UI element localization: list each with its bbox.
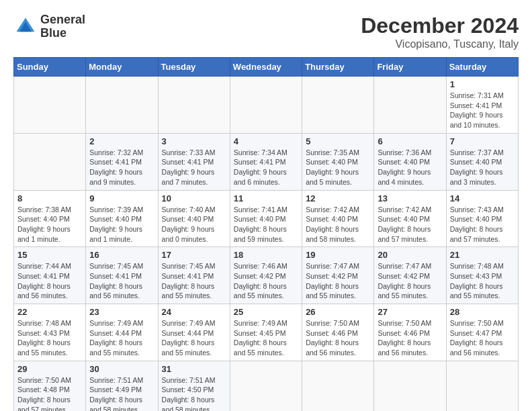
sunset-text: Sunset: 4:47 PM [450,329,502,337]
day-number: 21 [450,250,515,260]
daylight-text: Daylight: 8 hours and 59 minutes. [234,225,287,243]
day-number: 6 [378,136,442,146]
day-number: 22 [17,307,82,317]
sunrise-text: Sunrise: 7:33 AM [162,148,216,156]
day-info: Sunrise: 7:50 AM Sunset: 4:46 PM Dayligh… [378,318,442,358]
calendar-cell: 25 Sunrise: 7:49 AM Sunset: 4:45 PM Dayl… [230,304,302,361]
daylight-text: Daylight: 8 hours and 56 minutes. [17,282,71,300]
sunset-text: Sunset: 4:42 PM [306,272,358,280]
sunset-text: Sunset: 4:44 PM [89,329,142,337]
day-info: Sunrise: 7:45 AM Sunset: 4:41 PM Dayligh… [162,261,226,301]
day-number: 14 [450,193,515,203]
sunrise-text: Sunrise: 7:34 AM [234,148,287,156]
calendar-cell: 9 Sunrise: 7:39 AM Sunset: 4:40 PM Dayli… [86,190,158,247]
calendar-cell [446,361,518,411]
daylight-text: Daylight: 8 hours and 56 minutes. [89,282,142,300]
day-info: Sunrise: 7:48 AM Sunset: 4:43 PM Dayligh… [17,318,82,358]
day-number: 3 [162,136,226,146]
daylight-text: Daylight: 9 hours and 1 minute. [17,225,71,243]
calendar-cell: 12 Sunrise: 7:42 AM Sunset: 4:40 PM Dayl… [302,190,374,247]
day-number: 25 [234,307,298,317]
calendar-cell: 4 Sunrise: 7:34 AM Sunset: 4:41 PM Dayli… [230,133,302,190]
daylight-text: Daylight: 8 hours and 56 minutes. [306,338,359,357]
month-title: December 2024 [361,13,519,38]
daylight-text: Daylight: 8 hours and 58 minutes. [306,225,359,243]
calendar-cell: 2 Sunrise: 7:32 AM Sunset: 4:41 PM Dayli… [86,133,158,190]
daylight-text: Daylight: 8 hours and 55 minutes. [162,282,215,300]
daylight-text: Daylight: 9 hours and 5 minutes. [306,168,359,186]
title-area: December 2024 Vicopisano, Tuscany, Italy [361,13,519,50]
logo-text: General Blue [40,13,85,40]
daylight-text: Daylight: 9 hours and 10 minutes. [450,111,503,129]
day-number: 17 [162,250,226,260]
calendar-cell: 29 Sunrise: 7:50 AM Sunset: 4:48 PM Dayl… [14,361,86,411]
daylight-text: Daylight: 8 hours and 55 minutes. [378,282,431,300]
calendar-cell: 30 Sunrise: 7:51 AM Sunset: 4:49 PM Dayl… [86,361,158,411]
sunset-text: Sunset: 4:41 PM [89,158,142,166]
daylight-text: Daylight: 8 hours and 55 minutes. [89,338,142,357]
day-info: Sunrise: 7:44 AM Sunset: 4:41 PM Dayligh… [17,261,82,301]
daylight-text: Daylight: 8 hours and 56 minutes. [378,338,431,357]
day-info: Sunrise: 7:51 AM Sunset: 4:50 PM Dayligh… [162,375,226,411]
day-number: 8 [17,193,82,203]
calendar-week-1: 2 Sunrise: 7:32 AM Sunset: 4:41 PM Dayli… [14,133,519,190]
day-info: Sunrise: 7:46 AM Sunset: 4:42 PM Dayligh… [234,261,298,301]
sunset-text: Sunset: 4:40 PM [234,215,286,223]
calendar-cell: 10 Sunrise: 7:40 AM Sunset: 4:40 PM Dayl… [158,190,230,247]
calendar-cell [302,361,374,411]
day-info: Sunrise: 7:32 AM Sunset: 4:41 PM Dayligh… [89,148,154,187]
day-info: Sunrise: 7:50 AM Sunset: 4:48 PM Dayligh… [17,375,82,411]
col-thursday: Thursday [302,58,374,77]
sunrise-text: Sunrise: 7:42 AM [306,205,359,214]
daylight-text: Daylight: 8 hours and 55 minutes. [306,282,359,300]
sunset-text: Sunset: 4:46 PM [378,329,430,337]
sunrise-text: Sunrise: 7:46 AM [234,262,287,270]
daylight-text: Daylight: 8 hours and 57 minutes. [17,396,71,411]
day-number: 23 [89,307,154,317]
day-number: 4 [234,136,298,146]
sunrise-text: Sunrise: 7:37 AM [450,148,504,156]
sunrise-text: Sunrise: 7:44 AM [17,262,71,270]
day-number: 7 [450,136,515,146]
calendar-cell [14,133,86,190]
sunset-text: Sunset: 4:41 PM [234,158,286,166]
day-info: Sunrise: 7:49 AM Sunset: 4:44 PM Dayligh… [89,318,154,358]
day-info: Sunrise: 7:37 AM Sunset: 4:40 PM Dayligh… [450,148,515,187]
day-number: 12 [306,193,370,203]
calendar-cell [86,77,158,134]
sunset-text: Sunset: 4:40 PM [89,215,142,223]
day-number: 31 [162,364,226,374]
daylight-text: Daylight: 8 hours and 55 minutes. [162,338,215,357]
daylight-text: Daylight: 8 hours and 55 minutes. [17,338,71,357]
day-number: 24 [162,307,226,317]
day-info: Sunrise: 7:47 AM Sunset: 4:42 PM Dayligh… [306,261,370,301]
day-number: 18 [234,250,298,260]
calendar-week-4: 22 Sunrise: 7:48 AM Sunset: 4:43 PM Dayl… [14,304,519,361]
sunset-text: Sunset: 4:41 PM [450,101,502,109]
calendar-week-0: 1 Sunrise: 7:31 AM Sunset: 4:41 PM Dayli… [14,77,519,134]
calendar-cell: 20 Sunrise: 7:47 AM Sunset: 4:42 PM Dayl… [374,247,446,304]
logo-line1: General [40,13,85,27]
header: General Blue December 2024 Vicopisano, T… [13,13,519,50]
calendar-cell: 28 Sunrise: 7:50 AM Sunset: 4:47 PM Dayl… [446,304,518,361]
day-info: Sunrise: 7:48 AM Sunset: 4:43 PM Dayligh… [450,261,515,301]
day-info: Sunrise: 7:35 AM Sunset: 4:40 PM Dayligh… [306,148,370,187]
calendar-cell: 3 Sunrise: 7:33 AM Sunset: 4:41 PM Dayli… [158,133,230,190]
day-number: 28 [450,307,515,317]
sunrise-text: Sunrise: 7:45 AM [89,262,143,270]
calendar-cell: 11 Sunrise: 7:41 AM Sunset: 4:40 PM Dayl… [230,190,302,247]
day-info: Sunrise: 7:41 AM Sunset: 4:40 PM Dayligh… [234,205,298,244]
sunset-text: Sunset: 4:40 PM [378,215,430,223]
day-info: Sunrise: 7:36 AM Sunset: 4:40 PM Dayligh… [378,148,442,187]
day-number: 26 [306,307,370,317]
day-info: Sunrise: 7:45 AM Sunset: 4:41 PM Dayligh… [89,261,154,301]
daylight-text: Daylight: 8 hours and 56 minutes. [450,338,503,357]
calendar-cell: 5 Sunrise: 7:35 AM Sunset: 4:40 PM Dayli… [302,133,374,190]
sunrise-text: Sunrise: 7:51 AM [162,376,216,384]
daylight-text: Daylight: 9 hours and 9 minutes. [89,168,142,186]
calendar-cell [374,77,446,134]
day-number: 5 [306,136,370,146]
sunrise-text: Sunrise: 7:48 AM [450,262,504,270]
sunrise-text: Sunrise: 7:42 AM [378,205,431,214]
logo-icon [13,15,38,39]
